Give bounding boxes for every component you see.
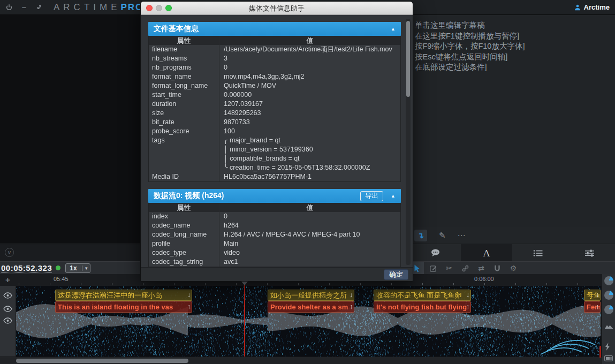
- eye-icon[interactable]: [3, 306, 12, 312]
- link-tool[interactable]: [458, 262, 472, 275]
- property-cell: profile: [149, 239, 219, 248]
- value-cell: 0.000000: [219, 90, 400, 100]
- table-row: codec_nameh264: [149, 221, 400, 230]
- hint-line: 在这里按F1键控制播放与暂停]: [415, 31, 615, 42]
- zoom-in-icon[interactable]: +: [5, 275, 10, 284]
- sliders-icon: [585, 249, 594, 257]
- table-row: index0: [149, 212, 400, 221]
- swap-tool[interactable]: ⇄: [474, 262, 488, 275]
- column-header: 值: [219, 203, 400, 212]
- playhead-handle[interactable]: [241, 282, 248, 285]
- chevron-down-icon: ▾: [82, 266, 90, 271]
- section-header[interactable]: 数据流0: 视频 (h264)导出▲: [148, 189, 401, 203]
- scrollbar-thumb[interactable]: [16, 359, 188, 363]
- dialog-scrollbar[interactable]: [406, 19, 411, 265]
- brand-text: ARCTIME: [54, 2, 121, 13]
- keyboard-icon[interactable]: [604, 355, 613, 361]
- property-cell: codec_long_name: [149, 230, 219, 239]
- ruler-tick: [143, 283, 143, 285]
- table-row: size1489295263: [149, 109, 400, 118]
- table-row: format_namemov,mp4,m4a,3gp,3g2,mj2: [149, 72, 400, 81]
- ruler-tick: [298, 283, 299, 285]
- timeline-scrollbar[interactable]: [0, 357, 602, 364]
- info-section: 文件基本信息▲属性值filename/Users/acely/Documents…: [148, 22, 401, 182]
- property-cell: nb_streams: [149, 54, 219, 63]
- table-row: Media IDHL6c0bca5ac7567757PHM-1: [149, 172, 400, 181]
- volume-knob[interactable]: [604, 305, 613, 314]
- waveform-mode-icon[interactable]: [604, 322, 613, 329]
- table-row: duration1207.039167: [149, 100, 400, 109]
- subtitle-editor-panel[interactable]: 单击这里编辑字幕稿在这里按F1键控制播放与暂停]按F9缩小字体，按F10放大字体…: [413, 15, 615, 228]
- ruler-tick: [50, 283, 50, 285]
- playhead[interactable]: [244, 274, 245, 357]
- export-button[interactable]: 导出: [360, 191, 383, 201]
- dialog-scrollbar-thumb[interactable]: [406, 21, 410, 97]
- minimize-icon[interactable]: −: [18, 2, 30, 13]
- dialog-title: 媒体文件信息助手: [141, 4, 413, 13]
- tab-filters[interactable]: [564, 244, 615, 262]
- settings-tool[interactable]: ⚙: [506, 262, 520, 275]
- power-icon[interactable]: [3, 2, 15, 13]
- ruler-tick: [329, 283, 330, 285]
- ruler-tick: [174, 283, 174, 285]
- eye-icon[interactable]: [3, 317, 12, 324]
- tab-comments[interactable]: [409, 244, 461, 262]
- value-cell: video: [219, 248, 400, 257]
- video-track-badge: v: [5, 248, 14, 257]
- property-cell: nb_programs: [149, 63, 219, 72]
- value-cell: 1489295263: [219, 109, 400, 118]
- section-header[interactable]: 文件基本信息▲: [148, 22, 401, 36]
- info-table: 属性值filename/Users/acely/Documents/Arctim…: [148, 36, 401, 182]
- lightning-icon[interactable]: [604, 343, 611, 351]
- table-row: codec_long_nameH.264 / AVC / MPEG-4 AVC …: [149, 230, 400, 239]
- ok-button[interactable]: 确定: [384, 269, 408, 280]
- wrap-tool[interactable]: ↴: [414, 230, 427, 241]
- ruler-tick: [81, 283, 81, 285]
- track-visibility-column: [0, 286, 16, 357]
- cut-tool[interactable]: ✂: [442, 262, 456, 275]
- property-cell: start_time: [149, 90, 219, 100]
- dialog-titlebar[interactable]: 媒体文件信息助手: [141, 2, 413, 15]
- tab-list[interactable]: [512, 244, 564, 262]
- table-row: probe_score100: [149, 127, 400, 136]
- speed-select[interactable]: 1x ▾: [65, 263, 90, 273]
- value-cell: Main: [219, 239, 400, 248]
- table-row: nb_programs0: [149, 63, 400, 72]
- hint-line: 按Esc键将焦点返回时间轴]: [415, 52, 615, 63]
- hint-line: 在底部设定过滤条件]: [415, 62, 615, 73]
- value-cell: 3: [219, 54, 400, 63]
- property-cell: codec_name: [149, 221, 219, 230]
- eye-icon[interactable]: [3, 292, 12, 299]
- edit-tool[interactable]: [426, 262, 440, 275]
- table-row: start_time0.000000: [149, 90, 400, 100]
- user-icon: [574, 4, 581, 11]
- collapse-icon[interactable]: ▲: [391, 26, 401, 32]
- timecode[interactable]: 00:05:52.323: [1, 263, 52, 273]
- value-cell: /Users/acely/Documents/Arctime项目/test2/L…: [219, 45, 400, 54]
- ruler-tick: [422, 283, 423, 285]
- volume-knob[interactable]: [604, 291, 613, 300]
- volume-knob[interactable]: [604, 276, 613, 285]
- account-button[interactable]: Arctime: [574, 3, 610, 11]
- ruler-tick: [267, 283, 268, 285]
- ruler-label-right: 0:06:00: [474, 276, 494, 282]
- property-cell: filename: [149, 45, 219, 54]
- table-row: filename/Users/acely/Documents/Arctime项目…: [149, 45, 400, 54]
- tab-font[interactable]: A: [461, 244, 512, 262]
- value-cell: H.264 / AVC / MPEG-4 AVC / MPEG-4 part 1…: [219, 230, 400, 239]
- magnet-tool[interactable]: [490, 262, 504, 275]
- more-icon[interactable]: ⋯: [458, 231, 466, 240]
- value-cell: avc1: [219, 257, 400, 267]
- audio-spectrogram[interactable]: [16, 286, 601, 357]
- pencil-icon[interactable]: ✎: [439, 231, 446, 240]
- hint-line: 按F9缩小字体，按F10放大字体]: [415, 41, 615, 52]
- ruler-tick: [391, 283, 392, 285]
- expand-icon[interactable]: [33, 2, 45, 13]
- value-cell: h264: [219, 221, 400, 230]
- property-cell: bit_rate: [149, 118, 219, 127]
- list-icon: [533, 249, 543, 257]
- info-section: 数据流0: 视频 (h264)导出▲属性值index0codec_nameh26…: [148, 189, 401, 267]
- property-cell: codec_type: [149, 248, 219, 257]
- collapse-icon[interactable]: ▲: [391, 193, 401, 199]
- media-info-dialog: 媒体文件信息助手 文件基本信息▲属性值filename/Users/acely/…: [140, 1, 413, 282]
